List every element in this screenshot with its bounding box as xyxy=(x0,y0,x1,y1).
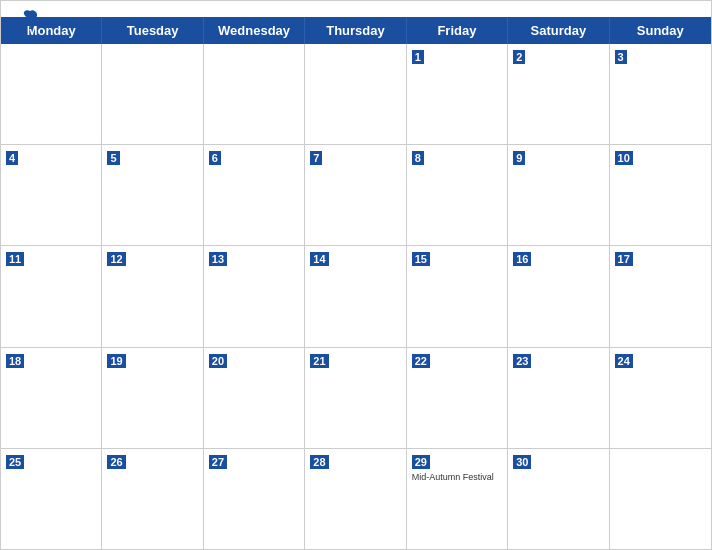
day-cell-3: 3 xyxy=(610,44,711,144)
week-row-2: 11121314151617 xyxy=(1,246,711,347)
day-cell-30: 30 xyxy=(508,449,609,549)
day-cell-empty xyxy=(102,44,203,144)
day-cell-4: 4 xyxy=(1,145,102,245)
day-number: 21 xyxy=(310,354,328,368)
week-row-4: 2526272829Mid-Autumn Festival30 xyxy=(1,449,711,549)
day-number: 3 xyxy=(615,50,627,64)
day-cell-19: 19 xyxy=(102,348,203,448)
week-row-1: 45678910 xyxy=(1,145,711,246)
day-number: 5 xyxy=(107,151,119,165)
week-row-0: 123 xyxy=(1,44,711,145)
day-cell-9: 9 xyxy=(508,145,609,245)
day-cell-1: 1 xyxy=(407,44,508,144)
day-header-friday: Friday xyxy=(407,17,508,44)
day-number: 28 xyxy=(310,455,328,469)
day-cell-8: 8 xyxy=(407,145,508,245)
day-cell-15: 15 xyxy=(407,246,508,346)
day-number: 9 xyxy=(513,151,525,165)
day-header-tuesday: Tuesday xyxy=(102,17,203,44)
day-number: 1 xyxy=(412,50,424,64)
day-number: 6 xyxy=(209,151,221,165)
day-number: 8 xyxy=(412,151,424,165)
day-cell-25: 25 xyxy=(1,449,102,549)
day-cell-22: 22 xyxy=(407,348,508,448)
logo xyxy=(17,9,39,31)
day-cell-10: 10 xyxy=(610,145,711,245)
day-number: 23 xyxy=(513,354,531,368)
day-cell-20: 20 xyxy=(204,348,305,448)
day-cell-23: 23 xyxy=(508,348,609,448)
day-number: 29 xyxy=(412,455,430,469)
day-number: 30 xyxy=(513,455,531,469)
day-number: 2 xyxy=(513,50,525,64)
day-number: 25 xyxy=(6,455,24,469)
calendar: MondayTuesdayWednesdayThursdayFridaySatu… xyxy=(0,0,712,550)
day-number: 22 xyxy=(412,354,430,368)
day-cell-12: 12 xyxy=(102,246,203,346)
day-cell-empty xyxy=(610,449,711,549)
day-cell-2: 2 xyxy=(508,44,609,144)
day-cell-26: 26 xyxy=(102,449,203,549)
calendar-header xyxy=(1,1,711,17)
day-cell-29: 29Mid-Autumn Festival xyxy=(407,449,508,549)
day-number: 18 xyxy=(6,354,24,368)
day-number: 12 xyxy=(107,252,125,266)
day-number: 15 xyxy=(412,252,430,266)
day-cell-24: 24 xyxy=(610,348,711,448)
day-cell-13: 13 xyxy=(204,246,305,346)
day-header-sunday: Sunday xyxy=(610,17,711,44)
day-cell-27: 27 xyxy=(204,449,305,549)
day-number: 26 xyxy=(107,455,125,469)
day-header-saturday: Saturday xyxy=(508,17,609,44)
day-number: 13 xyxy=(209,252,227,266)
day-number: 10 xyxy=(615,151,633,165)
day-number: 17 xyxy=(615,252,633,266)
day-number: 16 xyxy=(513,252,531,266)
day-cell-empty xyxy=(305,44,406,144)
logo-bird-icon xyxy=(21,9,39,31)
day-number: 20 xyxy=(209,354,227,368)
week-row-3: 18192021222324 xyxy=(1,348,711,449)
day-number: 4 xyxy=(6,151,18,165)
day-header-thursday: Thursday xyxy=(305,17,406,44)
day-number: 24 xyxy=(615,354,633,368)
day-cell-7: 7 xyxy=(305,145,406,245)
day-cell-6: 6 xyxy=(204,145,305,245)
day-cell-empty xyxy=(1,44,102,144)
event-label: Mid-Autumn Festival xyxy=(412,472,502,484)
day-number: 19 xyxy=(107,354,125,368)
day-number: 14 xyxy=(310,252,328,266)
calendar-grid: MondayTuesdayWednesdayThursdayFridaySatu… xyxy=(1,17,711,549)
day-headers-row: MondayTuesdayWednesdayThursdayFridaySatu… xyxy=(1,17,711,44)
day-cell-11: 11 xyxy=(1,246,102,346)
day-number: 11 xyxy=(6,252,24,266)
day-cell-empty xyxy=(204,44,305,144)
day-number: 7 xyxy=(310,151,322,165)
day-cell-21: 21 xyxy=(305,348,406,448)
day-number: 27 xyxy=(209,455,227,469)
day-cell-14: 14 xyxy=(305,246,406,346)
day-cell-17: 17 xyxy=(610,246,711,346)
day-cell-16: 16 xyxy=(508,246,609,346)
day-cell-28: 28 xyxy=(305,449,406,549)
weeks-container: 1234567891011121314151617181920212223242… xyxy=(1,44,711,549)
day-cell-5: 5 xyxy=(102,145,203,245)
day-cell-18: 18 xyxy=(1,348,102,448)
day-header-wednesday: Wednesday xyxy=(204,17,305,44)
